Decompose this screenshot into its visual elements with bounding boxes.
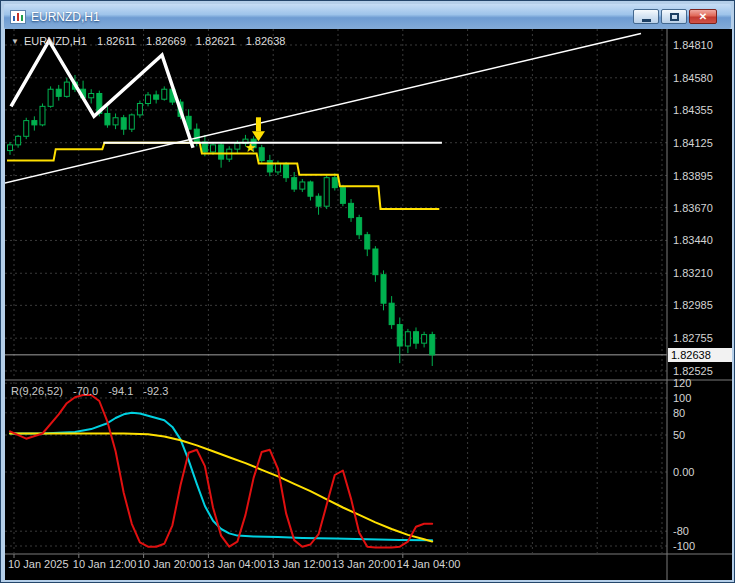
chart-app-icon — [10, 10, 26, 24]
info-high: 1.82669 — [146, 35, 186, 47]
minimize-button[interactable] — [633, 9, 659, 24]
window-controls: ✕ — [633, 9, 717, 24]
info-close: 1.82638 — [246, 35, 286, 47]
ohlc-info-line: ▼ EURNZD,H1 1.82611 1.82669 1.82621 1.82… — [11, 35, 292, 47]
indicator-name: R(9,26,52) — [11, 385, 63, 397]
time-axis[interactable] — [5, 554, 732, 580]
indicator-value-2: -94.1 — [108, 385, 133, 397]
r-slow-cyan — [10, 413, 432, 541]
indicator-value-3: -92.3 — [143, 385, 168, 397]
close-icon: ✕ — [699, 12, 707, 22]
down-arrow-marker — [256, 117, 261, 131]
indicator-pane — [5, 382, 667, 553]
star-marker: ★ — [245, 140, 257, 155]
maximize-button[interactable] — [661, 9, 687, 24]
r-fast-red — [10, 395, 432, 548]
price-axis[interactable] — [667, 29, 732, 554]
r-signal-yellow — [10, 434, 432, 542]
chart-canvas[interactable]: ★1.848101.845801.843551.841251.838951.83… — [5, 29, 732, 580]
titlebar[interactable]: EURNZD,H1 ✕ — [4, 4, 731, 29]
current-price-badge: 1.82638 — [668, 348, 732, 362]
info-low: 1.82621 — [196, 35, 236, 47]
chart-client-area: ★1.848101.845801.843551.841251.838951.83… — [5, 29, 732, 580]
indicator-label: R(9,26,52) -70.0 -94.1 -92.3 — [11, 385, 175, 397]
info-symbol: EURNZD,H1 — [24, 35, 87, 47]
maximize-icon — [670, 13, 679, 21]
info-open: 1.82611 — [97, 35, 136, 47]
window-title: EURNZD,H1 — [31, 10, 100, 24]
minimize-icon — [642, 19, 651, 22]
price-direction-icon: ▼ — [11, 37, 19, 46]
indicator-value-1: -70.0 — [73, 385, 98, 397]
chart-window: EURNZD,H1 ✕ ★1.848101.845801.843551.8412… — [0, 0, 735, 583]
main-pane: ★ — [5, 29, 667, 379]
close-button[interactable]: ✕ — [689, 9, 717, 24]
